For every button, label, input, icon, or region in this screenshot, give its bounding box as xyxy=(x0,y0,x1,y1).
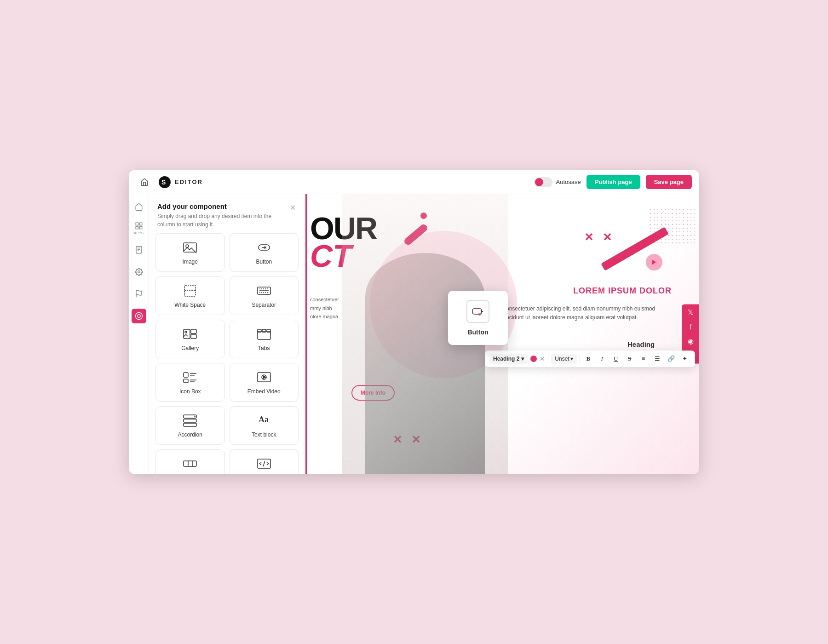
lorem-text-right: consectetuer adipiscing elit, sed diam n… xyxy=(503,305,672,322)
toolbar-bold-button[interactable]: B xyxy=(583,353,594,364)
nav-settings-icon[interactable] xyxy=(132,264,146,279)
svg-line-50 xyxy=(263,461,265,466)
component-image[interactable]: Image xyxy=(155,233,225,272)
toolbar-clear-button[interactable]: ✦ xyxy=(679,353,690,364)
canvas-heading-label: Heading xyxy=(627,340,655,348)
heading-toolbar: Heading 2 ▾ ✕ Unset ▾ B I U xyxy=(485,351,695,367)
toolbar-italic-button[interactable]: I xyxy=(597,353,608,364)
heading-type-dropdown[interactable]: Heading 2 ▾ xyxy=(489,354,528,364)
component-whitespace[interactable]: White Space xyxy=(155,276,225,315)
nav-apps-icon[interactable]: APPS xyxy=(134,222,144,235)
autosave-toggle[interactable] xyxy=(534,177,552,187)
svg-rect-46 xyxy=(184,461,196,466)
editor-label: EDITOR xyxy=(175,178,203,185)
deco-x-1: ✕ xyxy=(584,231,593,244)
component-textblock-label: Text block xyxy=(252,431,276,438)
component-button-label: Button xyxy=(256,259,272,265)
svg-point-12 xyxy=(135,313,142,320)
home-button[interactable] xyxy=(136,174,153,190)
toolbar-link-button[interactable]: 🔗 xyxy=(666,353,677,364)
component-customhtml[interactable]: Custom HTML xyxy=(230,449,299,474)
component-gallery-label: Gallery xyxy=(181,345,199,351)
instagram-icon[interactable]: ◉ xyxy=(688,337,694,345)
panel-header: Add your component Simply drag and drop … xyxy=(149,194,305,233)
customhtml-icon xyxy=(257,456,271,471)
image-icon xyxy=(183,240,197,255)
toolbar-unset-dropdown[interactable]: Unset ▾ xyxy=(551,354,576,364)
component-embedvideo[interactable]: Embed Video xyxy=(230,363,299,402)
save-button[interactable]: Save page xyxy=(646,175,692,189)
svg-rect-30 xyxy=(262,329,266,332)
component-panel: Add your component Simply drag and drop … xyxy=(149,194,305,474)
nav-page-icon[interactable] xyxy=(132,242,146,257)
page-background: ✕ ✕ ✕ ✕ OUR CT consectetuer mmy nibh olo… xyxy=(305,194,699,474)
button-popup-svg xyxy=(471,304,485,319)
toggle-dot xyxy=(535,178,543,186)
svg-marker-56 xyxy=(652,260,656,265)
svg-text:S: S xyxy=(161,178,166,186)
toolbar-color-picker[interactable] xyxy=(530,356,537,362)
row-icon xyxy=(183,456,197,471)
autosave-area: Autosave xyxy=(534,177,581,187)
twitter-icon[interactable]: 𝕏 xyxy=(688,308,693,316)
toolbar-close-button[interactable]: ✕ xyxy=(540,355,545,362)
left-border-accent xyxy=(305,194,307,474)
svg-rect-35 xyxy=(184,379,188,383)
svg-rect-3 xyxy=(139,223,142,225)
component-accordion[interactable]: Accordion xyxy=(155,406,225,445)
play-button[interactable] xyxy=(646,254,662,270)
svg-point-13 xyxy=(138,315,140,317)
toolbar-strikethrough-button[interactable]: S xyxy=(624,353,635,364)
toolbar-divider-2 xyxy=(580,355,580,363)
component-tabs[interactable]: Tabs xyxy=(230,320,299,358)
gallery-icon xyxy=(183,327,197,341)
component-grid: Image Button Wh xyxy=(149,233,305,474)
component-row[interactable]: Row xyxy=(155,449,225,474)
component-button[interactable]: Button xyxy=(230,233,299,272)
facebook-icon[interactable]: f xyxy=(690,323,691,331)
nav-active-icon[interactable] xyxy=(132,309,146,323)
component-separator[interactable]: Separator xyxy=(230,276,299,315)
component-embedvideo-label: Embed Video xyxy=(247,388,281,395)
play-icon xyxy=(651,259,657,265)
component-gallery[interactable]: Gallery xyxy=(155,320,225,358)
component-whitespace-label: White Space xyxy=(174,302,206,308)
svg-marker-40 xyxy=(263,376,266,379)
component-separator-label: Separator xyxy=(252,302,276,308)
iconbox-icon xyxy=(183,370,197,385)
svg-rect-42 xyxy=(184,419,196,422)
component-textblock[interactable]: Aa Text block xyxy=(230,406,299,445)
svg-rect-5 xyxy=(139,227,142,229)
component-image-label: Image xyxy=(183,259,198,265)
top-bar: S EDITOR Autosave Publish page Save page xyxy=(129,170,699,194)
svg-rect-4 xyxy=(136,227,138,229)
panel-title: Add your component xyxy=(157,202,289,210)
embedvideo-icon xyxy=(257,370,271,385)
svg-rect-26 xyxy=(191,334,196,339)
component-iconbox[interactable]: Icon Box xyxy=(155,363,225,402)
toolbar-underline-button[interactable]: U xyxy=(610,353,621,364)
svg-rect-31 xyxy=(267,329,270,332)
svg-rect-43 xyxy=(184,423,196,426)
component-accordion-label: Accordion xyxy=(178,431,202,438)
accordion-icon xyxy=(183,413,197,428)
tabs-icon xyxy=(257,327,271,341)
logo-area: S EDITOR xyxy=(158,176,203,189)
nav-launch-icon[interactable] xyxy=(132,287,146,301)
toolbar-align-button[interactable]: ☰ xyxy=(652,353,663,364)
left-icon-nav: APPS xyxy=(129,194,149,474)
toolbar-list-button[interactable]: ≡ xyxy=(638,353,649,364)
component-tabs-label: Tabs xyxy=(258,345,270,351)
panel-subtitle: Simply drag and drop any desired item in… xyxy=(157,212,289,229)
browser-window: S EDITOR Autosave Publish page Save page xyxy=(129,170,699,474)
lorem-heading: LOREM IPSUM DOLOR xyxy=(573,286,672,296)
button-icon xyxy=(257,240,271,255)
close-panel-button[interactable]: ✕ xyxy=(289,202,297,213)
button-popup-label: Button xyxy=(467,328,488,336)
nav-home-icon[interactable] xyxy=(132,200,146,214)
svg-text:Aa: Aa xyxy=(259,415,269,424)
svg-point-58 xyxy=(478,313,481,316)
athlete-silhouette xyxy=(365,253,485,474)
publish-button[interactable]: Publish page xyxy=(586,175,640,189)
canvas-content: ✕ ✕ ✕ ✕ OUR CT consectetuer mmy nibh olo… xyxy=(305,194,699,474)
